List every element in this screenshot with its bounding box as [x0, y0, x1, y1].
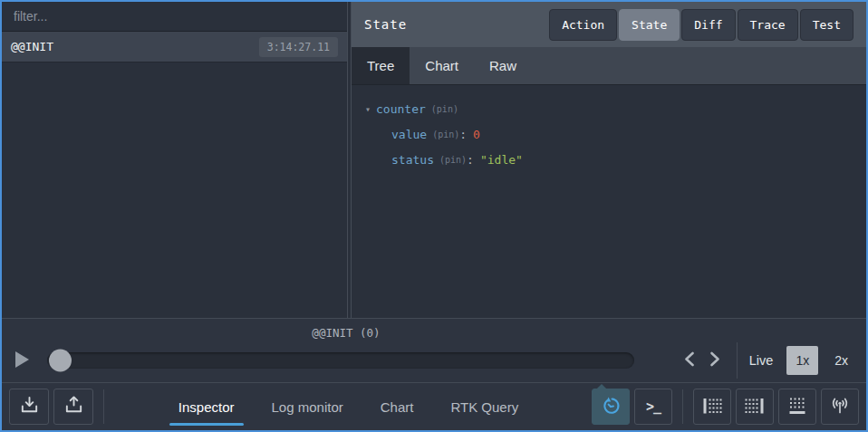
chevron-left-icon — [684, 351, 695, 370]
dock-left-icon — [701, 395, 723, 419]
tab-trace[interactable]: Trace — [738, 9, 798, 41]
pin-link[interactable]: (pin) — [439, 155, 467, 165]
key-value-separator: : — [467, 153, 474, 167]
viewtab-chart[interactable]: Chart — [410, 47, 474, 84]
speed-2x-button[interactable]: 2x — [825, 346, 857, 375]
collapse-arrow-icon[interactable]: ▾ — [365, 104, 371, 114]
play-button[interactable] — [14, 350, 47, 371]
filter-input[interactable] — [2, 2, 347, 32]
action-timestamp-badge: 3:14:27.11 — [259, 37, 338, 57]
chevron-right-icon — [709, 351, 720, 370]
tab-test[interactable]: Test — [800, 9, 854, 41]
viewtab-tree[interactable]: Tree — [352, 47, 410, 84]
tab-state[interactable]: State — [619, 9, 680, 41]
tree-node-value[interactable]: value (pin) : 0 — [365, 121, 861, 147]
action-name: @@INIT — [11, 40, 53, 53]
remote-button[interactable] — [821, 389, 859, 425]
action-list: @@INIT 3:14:27.11 — [2, 32, 347, 318]
tab-inspector[interactable]: Inspector — [177, 394, 236, 420]
panel-title: State — [364, 17, 407, 32]
tab-rtk-query[interactable]: RTK Query — [448, 394, 520, 420]
slider-thumb[interactable] — [49, 350, 72, 372]
tree-key-value[interactable]: value — [391, 128, 427, 141]
terminal-button[interactable]: >_ — [634, 389, 672, 425]
tab-action[interactable]: Action — [549, 9, 617, 41]
step-back-button[interactable] — [677, 348, 702, 373]
state-panel-header: State Action State Diff Trace Test — [352, 2, 866, 47]
toolbar-divider — [103, 389, 104, 424]
export-button[interactable] — [53, 389, 93, 425]
play-icon — [14, 350, 30, 371]
step-forward-button[interactable] — [702, 348, 728, 373]
playback-position-label: @@INIT (0) — [47, 326, 645, 340]
tree-value-number: 0 — [473, 128, 480, 141]
view-tab-bar: Tree Chart Raw — [352, 47, 866, 85]
terminal-icon: >_ — [646, 398, 661, 415]
export-upload-icon — [63, 395, 84, 418]
tree-value-string: "idle" — [480, 153, 523, 167]
tab-diff[interactable]: Diff — [681, 9, 735, 41]
dock-left-button[interactable] — [693, 389, 731, 425]
stopwatch-icon — [600, 395, 622, 419]
speed-1x-button[interactable]: 1x — [786, 346, 818, 375]
dock-bottom-icon — [786, 395, 808, 419]
redux-devtools-window: @@INIT 3:14:27.11 State Action State Dif… — [0, 0, 868, 432]
pause-recording-button[interactable] — [592, 389, 630, 425]
viewtab-raw[interactable]: Raw — [474, 47, 532, 84]
tab-chart[interactable]: Chart — [379, 394, 416, 420]
state-tree-view: ▾ counter (pin) value (pin) : 0 status (… — [352, 85, 866, 318]
tree-key-counter[interactable]: counter — [376, 102, 426, 116]
timeline-slider[interactable] — [47, 352, 634, 369]
action-list-item-init[interactable]: @@INIT 3:14:27.11 — [2, 32, 347, 62]
dock-right-button[interactable] — [736, 389, 774, 425]
playback-divider — [737, 342, 738, 379]
tree-key-status[interactable]: status — [391, 153, 434, 167]
tree-node-status[interactable]: status (pin) : "idle" — [365, 147, 861, 172]
main-split: @@INIT 3:14:27.11 State Action State Dif… — [2, 2, 866, 318]
tree-node-counter[interactable]: ▾ counter (pin) — [365, 96, 861, 121]
broadcast-icon — [829, 395, 851, 419]
playback-controls: Live 1x 2x — [645, 342, 857, 379]
tab-log-monitor[interactable]: Log monitor — [270, 394, 345, 420]
toolbar-divider — [682, 389, 683, 424]
monitor-tabs: Inspector Log monitor Chart RTK Query — [110, 394, 587, 420]
pin-link[interactable]: (pin) — [431, 104, 458, 114]
playback-bar: @@INIT (0) Live 1x 2x — [2, 318, 866, 382]
import-download-icon — [19, 395, 40, 418]
action-list-panel: @@INIT 3:14:27.11 — [2, 2, 347, 318]
live-button[interactable]: Live — [749, 353, 774, 368]
state-panel: State Action State Diff Trace Test Tree … — [352, 2, 866, 318]
key-value-separator: : — [459, 128, 467, 141]
pin-link[interactable]: (pin) — [432, 130, 459, 139]
import-button[interactable] — [9, 389, 49, 425]
bottom-toolbar: Inspector Log monitor Chart RTK Query >_ — [2, 382, 866, 430]
inspector-tab-group: Action State Diff Trace Test — [549, 9, 854, 41]
dock-right-icon — [744, 395, 766, 419]
dock-bottom-button[interactable] — [778, 389, 816, 425]
